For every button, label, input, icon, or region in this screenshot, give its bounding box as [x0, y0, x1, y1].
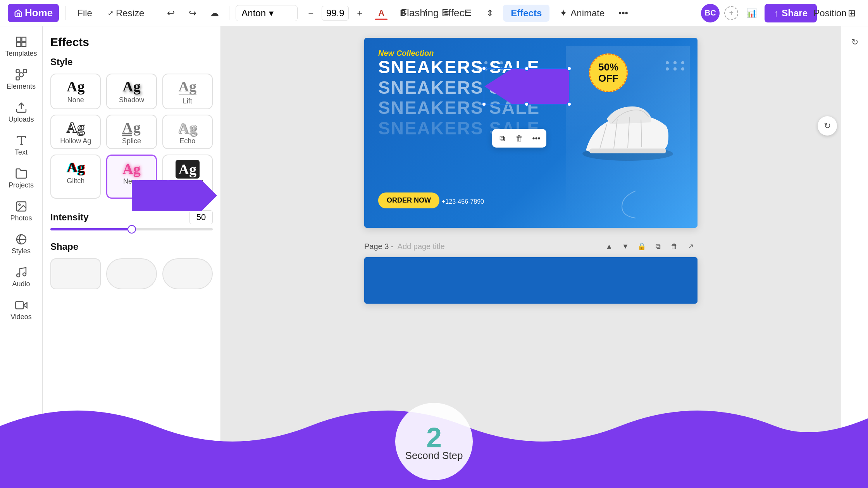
document-title: Flashing Effect	[401, 7, 467, 19]
shape-pill[interactable]	[162, 258, 213, 289]
wave-svg	[221, 380, 841, 488]
sidebar-item-elements[interactable]: Elements	[2, 64, 41, 95]
intensity-slider[interactable]	[50, 228, 213, 230]
delete-button[interactable]: 🗑	[511, 130, 528, 147]
canvas-frame-1[interactable]: New Collection SNEAKERS SALE SNEAKERS SA…	[364, 38, 698, 228]
page-export[interactable]: ↗	[684, 239, 698, 253]
redo-button[interactable]: ↪	[184, 5, 201, 22]
more-options-button[interactable]: •••	[528, 130, 545, 147]
sidebar-item-videos[interactable]: Videos	[2, 294, 41, 326]
page-expand-down[interactable]: ▼	[618, 239, 632, 253]
elements-label: Elements	[7, 82, 36, 91]
audio-label: Audio	[12, 280, 30, 288]
sidebar-item-projects[interactable]: Projects	[2, 163, 41, 194]
style-shadow[interactable]: Ag Shadow	[106, 74, 157, 109]
more-button[interactable]: •••	[615, 5, 632, 22]
discount-badge: 50% OFF	[589, 53, 628, 92]
page-3-title-input[interactable]: Add page title	[398, 242, 445, 251]
selection-handle-tm	[524, 66, 529, 71]
selection-handle-tr	[567, 66, 572, 71]
right-panel: ↻	[841, 26, 868, 488]
dot	[666, 67, 669, 70]
position-label: Position	[813, 8, 846, 19]
resize-button[interactable]: ⤢ Resize	[102, 5, 150, 22]
effects-label: Effects	[511, 8, 542, 18]
order-now-button[interactable]: ORDER NOW	[378, 192, 439, 208]
avatar[interactable]: BC	[701, 4, 720, 22]
style-shadow-label: Shadow	[119, 96, 144, 104]
page-copy[interactable]: ⧉	[651, 239, 665, 253]
grid-button[interactable]: ⊞	[843, 5, 860, 22]
page-lock[interactable]: 🔒	[635, 239, 649, 253]
style-splice[interactable]: Ag Splice	[106, 115, 157, 149]
style-hollow[interactable]: Ag Hollow Ag	[50, 115, 101, 149]
add-collaborator-button[interactable]: +	[724, 6, 738, 20]
canvas-frame-3[interactable]	[364, 257, 698, 304]
animate-icon: ✦	[560, 8, 567, 19]
resize-label: Resize	[116, 8, 144, 19]
photos-label: Photos	[10, 214, 32, 222]
copy-button[interactable]: ⧉	[494, 130, 511, 147]
badge-percent: 50%	[598, 62, 618, 73]
sidebar-item-audio[interactable]: Audio	[2, 261, 41, 293]
shape-round[interactable]	[106, 258, 157, 289]
font-size-increase[interactable]: +	[351, 5, 368, 22]
slider-thumb	[127, 225, 136, 234]
canvas-page-1: New Collection SNEAKERS SALE SNEAKERS SA…	[364, 38, 698, 228]
dot	[666, 61, 669, 64]
style-splice-label: Splice	[122, 137, 141, 145]
style-lift[interactable]: Ag Lift	[162, 74, 213, 109]
effects-panel: Effects Style Ag None Ag Shadow Ag Lift …	[43, 26, 221, 488]
refresh-button[interactable]: ↻	[818, 116, 837, 136]
file-button[interactable]: File	[72, 5, 98, 22]
page-3-label: Page 3 -	[364, 242, 394, 251]
style-none-label: None	[67, 96, 84, 104]
page-delete[interactable]: 🗑	[667, 239, 681, 253]
font-name: Anton	[241, 8, 266, 19]
file-label: File	[77, 8, 92, 19]
svg-marker-13	[23, 302, 27, 308]
line-height-button[interactable]: ⇕	[481, 5, 498, 22]
sidebar-item-text[interactable]: Text	[2, 130, 41, 161]
style-glitch-preview: Ag	[67, 160, 84, 175]
shape-rect[interactable]	[50, 258, 101, 289]
font-size-value[interactable]: 99.9	[322, 6, 349, 21]
effects-button[interactable]: Effects	[503, 5, 549, 22]
right-panel-refresh[interactable]: ↻	[845, 33, 865, 52]
canvas-area: New Collection SNEAKERS SALE SNEAKERS SA…	[221, 26, 841, 488]
style-neon-preview: Ag	[122, 160, 140, 177]
separator	[65, 6, 65, 20]
main-layout: Templates Elements Uploads Text Projects…	[0, 26, 868, 488]
dot	[681, 61, 684, 64]
sidebar-item-uploads[interactable]: Uploads	[2, 97, 41, 128]
undo-button[interactable]: ↩	[162, 5, 179, 22]
font-color-button[interactable]: A	[373, 5, 390, 22]
share-button[interactable]: ↑ Share	[765, 4, 817, 22]
style-glitch[interactable]: Ag Glitch	[50, 155, 101, 199]
home-button[interactable]: Home	[8, 4, 59, 22]
home-label: Home	[25, 7, 53, 19]
style-none-preview: Ag	[67, 79, 84, 94]
style-none[interactable]: Ag None	[50, 74, 101, 109]
home-icon	[14, 9, 22, 17]
sidebar-item-styles[interactable]: Styles	[2, 229, 41, 260]
font-size-decrease[interactable]: −	[302, 5, 319, 22]
font-selector[interactable]: Anton ▾	[236, 5, 298, 21]
intensity-row: Intensity 50	[50, 210, 213, 224]
sidebar-item-templates[interactable]: Templates	[2, 31, 41, 62]
analytics-button[interactable]: 📊	[743, 5, 760, 22]
cloud-button[interactable]: ☁	[206, 5, 223, 22]
intensity-value[interactable]: 50	[189, 210, 213, 224]
animate-button[interactable]: ✦ Animate	[554, 5, 610, 22]
selection-handle-bl	[482, 102, 486, 107]
style-echo[interactable]: Ag Echo	[162, 115, 213, 149]
position-button[interactable]: Position	[822, 5, 839, 22]
font-color-icon: A	[378, 8, 384, 18]
shape-label: Shape	[50, 241, 213, 252]
sidebar-item-photos[interactable]: Photos	[2, 196, 41, 227]
shape-grid	[50, 258, 213, 289]
page-collapse-up[interactable]: ▲	[602, 239, 616, 253]
slider-fill	[50, 228, 132, 230]
uploads-icon	[15, 101, 28, 114]
svg-rect-3	[22, 42, 26, 46]
